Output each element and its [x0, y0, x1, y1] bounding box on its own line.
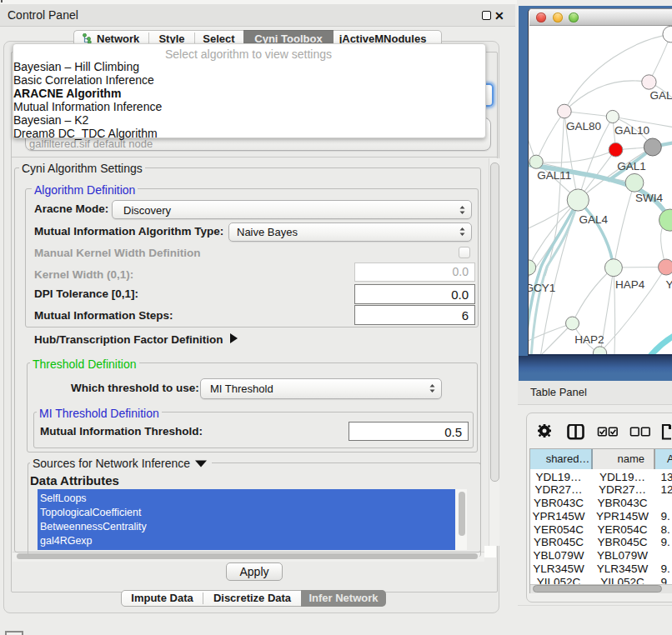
svg-text:GAL11: GAL11 — [537, 169, 571, 182]
svg-text:GAL7: GAL7 — [650, 89, 672, 102]
svg-text:GAL1: GAL1 — [617, 160, 646, 172]
svg-text:HAP2: HAP2 — [574, 333, 604, 346]
svg-text:SWI4: SWI4 — [635, 192, 663, 204]
svg-text:YD: YD — [666, 278, 672, 291]
svg-text:GAL4: GAL4 — [579, 213, 608, 226]
svg-text:GCY1: GCY1 — [529, 282, 555, 294]
svg-text:GAL80: GAL80 — [566, 120, 601, 132]
svg-text:GAL10: GAL10 — [614, 124, 649, 137]
svg-text:HAP4: HAP4 — [615, 278, 645, 291]
